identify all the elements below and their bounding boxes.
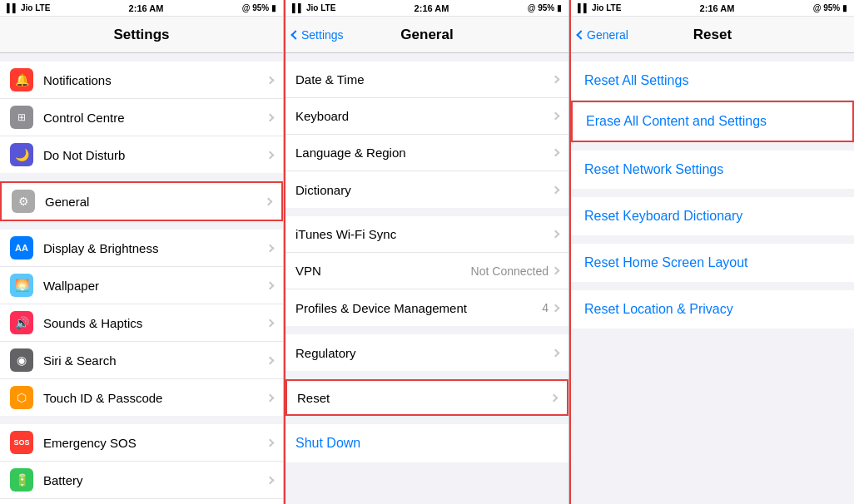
itunes-label: iTunes Wi-Fi Sync xyxy=(295,227,553,241)
settings-section-general: ⚙ General xyxy=(0,181,283,221)
touch-id-chevron xyxy=(266,393,275,402)
profiles-chevron xyxy=(552,304,560,312)
wallpaper-icon: 🌅 xyxy=(10,274,33,297)
control-centre-icon: ⊞ xyxy=(10,106,33,129)
language-chevron xyxy=(552,149,560,157)
general-section-reset: Reset xyxy=(285,379,569,416)
reset-section-2: Reset Network Settings xyxy=(571,151,854,189)
reset-location-privacy-label: Reset Location & Privacy xyxy=(584,302,841,317)
settings-row-sounds[interactable]: 🔊 Sounds & Haptics xyxy=(0,304,283,342)
keyboard-label: Keyboard xyxy=(295,109,553,123)
wallpaper-chevron xyxy=(266,281,275,289)
general-row-shutdown[interactable]: Shut Down xyxy=(285,424,569,462)
profiles-label: Profiles & Device Management xyxy=(295,301,542,315)
settings-row-touch-id[interactable]: ⬡ Touch ID & Passcode xyxy=(0,379,283,416)
reset-section-3: Reset Keyboard Dictionary xyxy=(571,197,854,235)
itunes-chevron xyxy=(552,230,560,239)
notifications-chevron xyxy=(266,76,275,84)
keyboard-chevron xyxy=(552,112,560,121)
general-title: General xyxy=(400,27,453,43)
touch-id-icon: ⬡ xyxy=(10,386,33,409)
reset-row-all-settings[interactable]: Reset All Settings xyxy=(571,62,854,101)
back-general-chevron xyxy=(576,30,585,39)
settings-row-display[interactable]: AA Display & Brightness xyxy=(0,230,283,267)
vpn-label: VPN xyxy=(295,264,471,278)
general-row-dictionary[interactable]: Dictionary xyxy=(285,171,569,208)
do-not-disturb-icon: 🌙 xyxy=(10,143,33,166)
general-row-language[interactable]: Language & Region xyxy=(285,135,569,171)
do-not-disturb-label: Do Not Disturb xyxy=(43,148,267,162)
general-section-2: iTunes Wi-Fi Sync VPN Not Connected Prof… xyxy=(285,216,569,326)
reset-row-home-screen[interactable]: Reset Home Screen Layout xyxy=(571,244,854,282)
settings-row-siri[interactable]: ◉ Siri & Search xyxy=(0,342,283,379)
general-section-3: Regulatory xyxy=(285,334,569,371)
reset-title: Reset xyxy=(693,27,732,43)
back-general-label: General xyxy=(587,28,628,42)
profiles-value: 4 xyxy=(542,301,549,314)
regulatory-label: Regulatory xyxy=(295,346,553,360)
general-row-profiles[interactable]: Profiles & Device Management 4 xyxy=(285,289,569,326)
notifications-icon: 🔔 xyxy=(10,68,33,91)
general-row-vpn[interactable]: VPN Not Connected xyxy=(285,253,569,289)
back-general-btn[interactable]: General xyxy=(578,28,628,42)
reset-network-label: Reset Network Settings xyxy=(584,162,841,177)
settings-row-notifications[interactable]: 🔔 Notifications xyxy=(0,62,283,99)
settings-row-sos[interactable]: SOS Emergency SOS xyxy=(0,424,283,462)
carrier-2: ▌▌ Jio LTE xyxy=(292,3,335,12)
control-centre-chevron xyxy=(266,113,275,121)
vpn-chevron xyxy=(552,267,560,275)
reset-label: Reset xyxy=(297,391,551,405)
display-label: Display & Brightness xyxy=(43,241,267,255)
sounds-label: Sounds & Haptics xyxy=(43,316,267,330)
back-settings-chevron xyxy=(290,30,300,39)
sounds-chevron xyxy=(266,319,275,327)
settings-row-do-not-disturb[interactable]: 🌙 Do Not Disturb xyxy=(0,136,283,173)
panel-header-reset: General Reset xyxy=(571,17,854,53)
panel-reset: ▌▌ Jio LTE 2:16 AM @ 95% ▮ General Reset… xyxy=(571,0,854,504)
siri-chevron xyxy=(266,356,275,364)
settings-row-wallpaper[interactable]: 🌅 Wallpaper xyxy=(0,267,283,304)
dictionary-label: Dictionary xyxy=(295,183,553,197)
general-row-date-time[interactable]: Date & Time xyxy=(285,62,569,98)
carrier-1: ▌▌ Jio LTE xyxy=(7,3,50,12)
sounds-icon: 🔊 xyxy=(10,311,33,334)
settings-row-privacy[interactable]: ✋ Privacy xyxy=(0,499,283,504)
general-row-itunes[interactable]: iTunes Wi-Fi Sync xyxy=(285,216,569,253)
reset-row-location-privacy[interactable]: Reset Location & Privacy xyxy=(571,290,854,329)
siri-icon: ◉ xyxy=(10,348,33,372)
panel-header-general: Settings General xyxy=(285,17,569,53)
general-section-shutdown: Shut Down xyxy=(285,424,569,462)
settings-section-3: AA Display & Brightness 🌅 Wallpaper 🔊 So… xyxy=(0,230,283,416)
date-time-label: Date & Time xyxy=(295,72,553,86)
settings-section-1: 🔔 Notifications ⊞ Control Centre 🌙 Do No… xyxy=(0,62,283,173)
dictionary-chevron xyxy=(552,185,560,194)
reset-section-4: Reset Home Screen Layout xyxy=(571,244,854,282)
general-row-keyboard[interactable]: Keyboard xyxy=(285,98,569,135)
settings-row-control-centre[interactable]: ⊞ Control Centre xyxy=(0,99,283,136)
battery-3: @ 95% ▮ xyxy=(813,3,847,12)
battery-2: @ 95% ▮ xyxy=(528,3,562,12)
reset-section-5: Reset Location & Privacy xyxy=(571,290,854,329)
notifications-label: Notifications xyxy=(43,73,267,87)
shutdown-label: Shut Down xyxy=(295,436,559,451)
sos-chevron xyxy=(266,438,275,447)
siri-label: Siri & Search xyxy=(43,353,267,368)
reset-all-settings-label: Reset All Settings xyxy=(584,73,841,88)
settings-row-general[interactable]: ⚙ General xyxy=(0,181,283,221)
date-time-chevron xyxy=(552,76,560,84)
display-icon: AA xyxy=(10,236,33,259)
battery-chevron xyxy=(266,476,275,484)
reset-row-network[interactable]: Reset Network Settings xyxy=(571,151,854,189)
general-row-reset[interactable]: Reset xyxy=(285,379,569,416)
settings-row-battery[interactable]: 🔋 Battery xyxy=(0,462,283,499)
general-content: Date & Time Keyboard Language & Region D… xyxy=(285,53,569,504)
panel-header-settings: Settings xyxy=(0,17,283,53)
vpn-value: Not Connected xyxy=(471,264,549,278)
back-settings-btn[interactable]: Settings xyxy=(292,28,344,42)
general-row-regulatory[interactable]: Regulatory xyxy=(285,334,569,371)
reset-row-keyboard[interactable]: Reset Keyboard Dictionary xyxy=(571,197,854,235)
time-2: 2:16 AM xyxy=(415,3,449,13)
general-icon: ⚙ xyxy=(12,190,35,213)
battery-label: Battery xyxy=(43,473,267,487)
reset-row-erase[interactable]: Erase All Content and Settings xyxy=(571,101,854,142)
